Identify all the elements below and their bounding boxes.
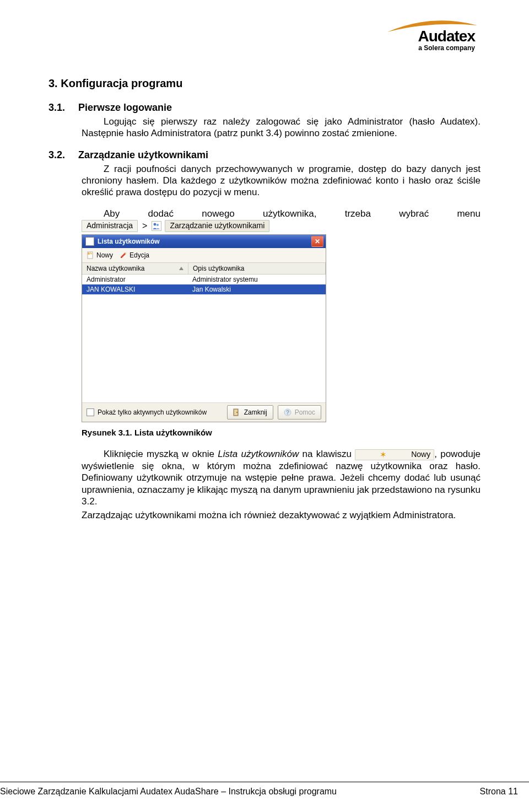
checkbox-icon [87,408,94,416]
door-icon [233,408,241,416]
new-icon [87,251,94,259]
figure-caption: Rysunek 3.1. Lista użytkowników [82,428,481,437]
user-list-window: Lista użytkowników ✕ Nowy Edycja Nazwa u… [82,234,326,422]
window-titlebar: Lista użytkowników ✕ [82,235,326,248]
italic-lista-uzytkownikow: Lista użytkowników [218,449,299,459]
para-3-2-body: Z racji poufności danych przechowywanych… [82,163,481,198]
para-3-2-menu-lead-text: Aby dodać nowego użytkownika, trzeba wyb… [82,208,481,219]
grid-header: Nazwa użytkownika Opis użytkownika [82,263,326,275]
menu-separator: > [141,221,148,232]
heading-main: 3. Konfiguracja programu [48,77,481,90]
page-footer: Sieciowe Zarządzanie Kalkulacjami Audate… [0,782,529,797]
checkbox-active-only[interactable]: Pokaż tylko aktywnych użytkowników [87,408,207,416]
footer-title: Sieciowe Zarządzanie Kalkulacjami Audate… [0,787,337,797]
sort-asc-icon [179,267,183,270]
logo-swoosh-icon [385,20,478,36]
svg-point-0 [154,223,156,226]
heading-3-2: 3.2.Zarządzanie użytkownikami [48,149,481,161]
window-icon [85,237,94,246]
para-3-1-body: Logując się pierwszy raz należy zalogowa… [82,116,481,139]
heading-3-2-title: Zarządzanie użytkownikami [78,149,208,160]
window-footer: Pokaż tylko aktywnych użytkowników Zamkn… [82,402,326,422]
toolbar-new[interactable]: Nowy [87,251,113,259]
logo-tagline: a Solera company [368,44,475,52]
logo: Audatex a Solera company [368,20,478,52]
grid-body: Administrator Administrator systemu JAN … [82,275,326,402]
heading-3-1-title: Pierwsze logowanie [78,102,172,113]
heading-3-1-number: 3.1. [48,102,78,114]
para-3-2-menu-lead: Aby dodać nowego użytkownika, trzeba wyb… [82,208,481,232]
menu-zarzadzanie-uzytkownikami: Zarządzanie użytkownikami [165,220,269,233]
heading-3-2-number: 3.2. [48,149,78,161]
toolbar-edit[interactable]: Edycja [120,251,149,259]
heading-3-1: 3.1.Pierwsze logowanie [48,102,481,114]
menu-administracja: Administracja [82,220,138,233]
table-row[interactable]: Administrator Administrator systemu [82,275,326,284]
column-header-username[interactable]: Nazwa użytkownika [82,263,188,274]
star-icon: ✶ [358,450,387,459]
svg-text:?: ? [286,410,289,416]
svg-point-1 [156,224,159,226]
users-icon [152,221,161,231]
footer-page-number: Strona 11 [480,787,518,797]
edit-icon [120,251,127,259]
para-after-figure: Kliknięcie myszką w oknie Lista użytkown… [82,448,481,507]
close-button[interactable]: Zamknij [227,405,273,420]
para-after-figure-2: Zarządzając użytkownikami można ich równ… [82,509,481,521]
table-row[interactable]: JAN KOWALSKI Jan Kowalski [82,284,326,294]
svg-point-3 [88,252,90,255]
svg-point-7 [236,412,237,413]
help-button[interactable]: ? Pomoc [278,405,321,420]
inline-new-button: ✶ Nowy [355,449,434,461]
close-icon[interactable]: ✕ [311,236,323,247]
window-title-text: Lista użytkowników [98,238,160,245]
column-header-description[interactable]: Opis użytkownika [188,263,326,274]
help-icon: ? [284,408,292,416]
window-toolbar: Nowy Edycja [82,248,326,263]
